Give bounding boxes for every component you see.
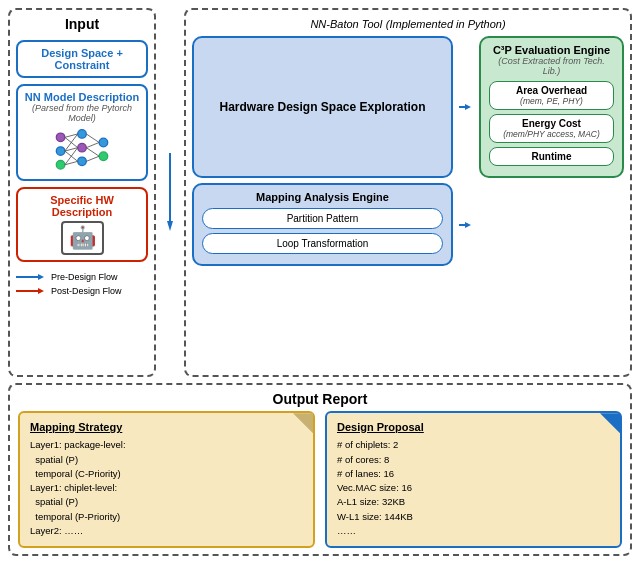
svg-point-5: [78, 157, 87, 166]
output-title: Output Report: [18, 391, 622, 407]
partition-pattern-box: Partition Pattern: [202, 208, 443, 229]
mapping-arrow-icon: [459, 218, 473, 232]
svg-marker-22: [38, 288, 44, 294]
hw-to-c3p-arrow: [459, 36, 473, 178]
hw-design-box: Hardware Design Space Exploration: [192, 36, 453, 178]
svg-point-2: [56, 161, 65, 170]
svg-point-3: [78, 130, 87, 139]
mapping-strategy-card: Mapping Strategy Layer1: package-level: …: [18, 411, 315, 548]
baton-title: NN-Baton Tool (Implemented in Python): [192, 16, 624, 31]
svg-point-4: [78, 143, 87, 152]
hw-title: Specific HW Description: [24, 194, 140, 218]
mapping-card-content: Layer1: package-level: spatial (P) tempo…: [30, 438, 303, 538]
top-row: Input Design Space + Constraint NN Model…: [8, 8, 632, 377]
mapping-to-c3p-arrow: [459, 183, 473, 266]
hw-design-label: Hardware Design Space Exploration: [219, 100, 425, 114]
svg-marker-26: [465, 104, 471, 110]
ai-chip-icon: 🤖: [61, 221, 104, 255]
loop-transform-label: Loop Transformation: [277, 238, 369, 249]
svg-point-0: [56, 133, 65, 142]
input-to-baton-arrow: [164, 8, 176, 377]
c3p-area-sub: (mem, PE, PHY): [496, 96, 607, 106]
baton-section: NN-Baton Tool (Implemented in Python) Ha…: [184, 8, 632, 377]
output-section: Output Report Mapping Strategy Layer1: p…: [8, 383, 632, 556]
mapping-engine-box: Mapping Analysis Engine Partition Patter…: [192, 183, 453, 266]
partition-pattern-label: Partition Pattern: [287, 213, 359, 224]
input-arrow-icon: [164, 153, 176, 233]
post-design-label: Post-Design Flow: [51, 286, 122, 296]
c3p-energy-item: Energy Cost (mem/PHY access, MAC): [489, 114, 614, 143]
svg-point-7: [99, 152, 108, 161]
design-space-title: Design Space + Constraint: [24, 47, 140, 71]
svg-line-15: [86, 134, 99, 143]
c3p-area-item: Area Overhead (mem, PE, PHY): [489, 81, 614, 110]
main-container: Input Design Space + Constraint NN Model…: [0, 0, 640, 564]
pre-design-label: Pre-Design Flow: [51, 272, 118, 282]
nn-model-subtitle: (Parsed from the Pytorch Model): [24, 103, 140, 123]
svg-line-17: [86, 148, 99, 157]
design-card-title: Design Proposal: [337, 421, 610, 433]
design-proposal-card: Design Proposal # of chiplets: 2 # of co…: [325, 411, 622, 548]
post-design-arrow-icon: [16, 286, 46, 296]
c3p-energy-sub: (mem/PHY access, MAC): [496, 129, 607, 139]
output-cards: Mapping Strategy Layer1: package-level: …: [18, 411, 622, 548]
svg-line-16: [86, 143, 99, 148]
design-space-box: Design Space + Constraint: [16, 40, 148, 78]
baton-top: Hardware Design Space Exploration C³P Ev…: [192, 36, 624, 178]
nn-graph-icon: [52, 126, 112, 171]
c3p-subtitle: (Cost Extracted from Tech. Lib.): [489, 56, 614, 76]
c3p-area-label: Area Overhead: [496, 85, 607, 96]
c3p-runtime-item: Runtime: [489, 147, 614, 166]
mapping-engine-title: Mapping Analysis Engine: [202, 191, 443, 203]
svg-point-1: [56, 147, 65, 156]
legend: Pre-Design Flow Post-Design Flow: [16, 272, 148, 296]
input-title: Input: [16, 16, 148, 32]
input-section: Input Design Space + Constraint NN Model…: [8, 8, 156, 377]
pre-design-legend: Pre-Design Flow: [16, 272, 148, 282]
design-card-content: # of chiplets: 2 # of cores: 8 # of lane…: [337, 438, 610, 538]
svg-marker-28: [465, 222, 471, 228]
c3p-runtime-label: Runtime: [496, 151, 607, 162]
c3p-title: C³P Evaluation Engine: [489, 44, 614, 56]
svg-line-18: [86, 156, 99, 161]
nn-model-title: NN Model Description: [24, 91, 140, 103]
baton-bottom: Mapping Analysis Engine Partition Patter…: [192, 183, 624, 266]
loop-transform-box: Loop Transformation: [202, 233, 443, 254]
c3p-box: C³P Evaluation Engine (Cost Extracted fr…: [479, 36, 624, 178]
svg-point-6: [99, 138, 108, 147]
nn-model-box: NN Model Description (Parsed from the Py…: [16, 84, 148, 181]
c3p-spacer: [479, 183, 624, 266]
mapping-card-title: Mapping Strategy: [30, 421, 303, 433]
svg-marker-20: [38, 274, 44, 280]
hw-description-box: Specific HW Description 🤖: [16, 187, 148, 262]
c3p-energy-label: Energy Cost: [496, 118, 607, 129]
svg-marker-24: [167, 221, 173, 231]
hw-to-c3p-arrow-icon: [459, 100, 473, 114]
post-design-legend: Post-Design Flow: [16, 286, 148, 296]
pre-design-arrow-icon: [16, 272, 46, 282]
